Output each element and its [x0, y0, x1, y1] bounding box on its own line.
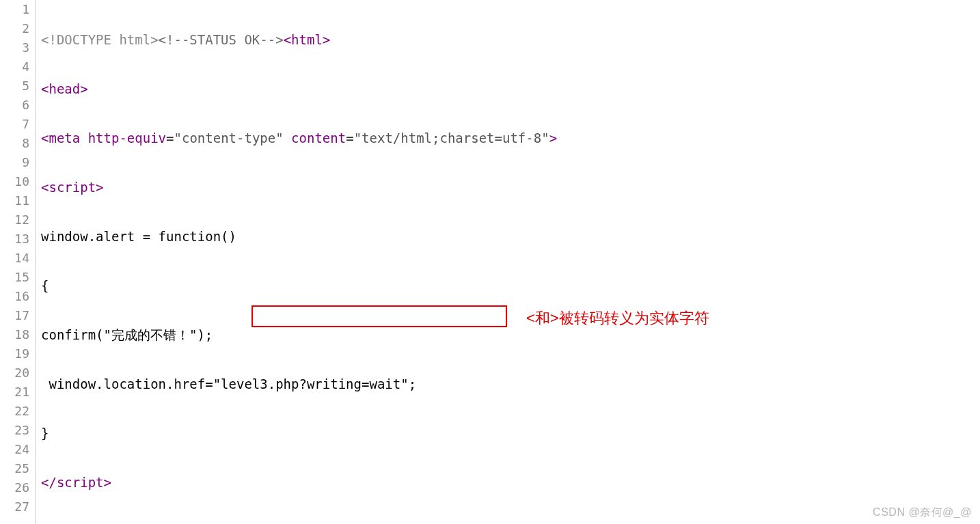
- line-number: 13: [0, 230, 35, 249]
- line-number-gutter: 1 2 3 4 5 6 7 8 9 10 11 12 13 14 15 16 1…: [0, 0, 36, 524]
- line-number: 20: [0, 363, 35, 383]
- line-number: 5: [0, 77, 35, 96]
- line-number: 7: [0, 115, 35, 134]
- code-line: {: [41, 276, 980, 295]
- code-line: <script>: [41, 178, 980, 197]
- code-line: }: [41, 424, 980, 443]
- line-number: 10: [0, 172, 35, 191]
- code-line: window.location.href="level3.php?writing…: [41, 374, 980, 394]
- line-number: 6: [0, 96, 35, 115]
- code-line: window.alert = function(): [41, 227, 980, 246]
- line-number: 26: [0, 478, 35, 497]
- line-number: 3: [0, 38, 35, 57]
- line-number: 12: [0, 210, 35, 230]
- code-line: confirm("完成的不错！");: [41, 325, 980, 344]
- code-line: <head>: [41, 79, 980, 98]
- line-number: 8: [0, 134, 35, 153]
- line-number: 25: [0, 459, 35, 478]
- code-line: <meta http-equiv="content-type" content=…: [41, 128, 980, 148]
- line-number: 1: [0, 0, 35, 19]
- code-line: <!DOCTYPE html><!--STATUS OK--><html>: [41, 30, 980, 49]
- line-number: 9: [0, 153, 35, 172]
- line-number: 27: [0, 497, 35, 516]
- line-number: 24: [0, 440, 35, 459]
- line-number: 19: [0, 344, 35, 363]
- line-number: 18: [0, 325, 35, 344]
- annotation-text: <和>被转码转义为实体字符: [526, 308, 709, 329]
- line-number: 16: [0, 287, 35, 306]
- line-number: 11: [0, 191, 35, 210]
- line-number: 17: [0, 306, 35, 325]
- line-number: 22: [0, 402, 35, 421]
- line-number: 2: [0, 19, 35, 38]
- code-line: </script>: [41, 473, 980, 492]
- line-number: 14: [0, 249, 35, 268]
- line-number: 4: [0, 57, 35, 77]
- line-number: 23: [0, 421, 35, 440]
- code-content[interactable]: <!DOCTYPE html><!--STATUS OK--><html> <h…: [36, 0, 980, 524]
- line-number: 15: [0, 268, 35, 287]
- code-editor: 1 2 3 4 5 6 7 8 9 10 11 12 13 14 15 16 1…: [0, 0, 980, 524]
- line-number: 21: [0, 383, 35, 402]
